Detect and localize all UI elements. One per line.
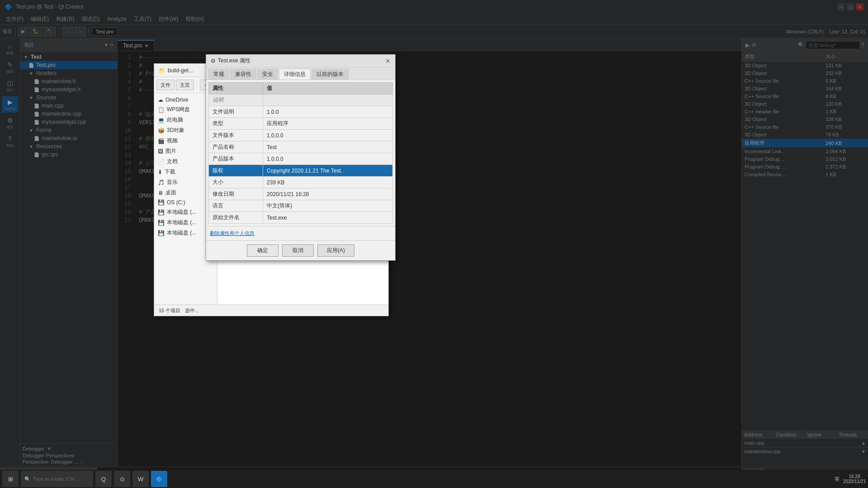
props-row-attr: 语言 (209, 200, 263, 212)
properties-dialog: ⚙ Test.exe 属性 ✕ 常规 兼容性 安全 详细信息 以前的版本 属性 … (206, 54, 396, 261)
props-close-btn[interactable]: ✕ (385, 57, 391, 65)
taskbar-right: 英 16:28 2020/11/21 (835, 474, 866, 484)
props-row-val: 应用程序 (263, 118, 393, 130)
wps-icon: 📋 (158, 107, 165, 113)
props-table-row[interactable]: 文件说明1.0.0 (209, 106, 393, 118)
nav-label-locald3: 本地磁盘 (... (167, 229, 196, 237)
nav-label-music: 音乐 (167, 178, 178, 186)
props-table-row[interactable]: 大小239 KB (209, 177, 393, 188)
file-dialog-toolbar-file-btn[interactable]: 文件 (156, 80, 175, 90)
props-row-attr: 产品名称 (209, 141, 263, 153)
taskbar: ⊞ 🔍 Type to locate (Ctrl... Q ⊙ W 🔷 英 16… (0, 470, 868, 488)
props-footer: 删除属性和个人信息 (206, 226, 395, 240)
start-button[interactable]: ⊞ (2, 471, 19, 487)
file-select-label: 选中... (185, 307, 199, 314)
props-table-row[interactable]: 文件版本1.0.0.0 (209, 130, 393, 141)
modal-overlay: 📁 build-get... ─ □ ✕ 文件 主页 ← → ↑ 📁 ☁ O (0, 0, 868, 488)
music-icon: 🎵 (158, 179, 165, 186)
props-row-val (263, 94, 393, 106)
nav-label-osc: OS (C:) (167, 199, 185, 206)
nav-label-images: 图片 (165, 147, 176, 155)
props-table-row[interactable]: 版权Copyright 2020.11.21 The Test. (209, 165, 393, 177)
props-row-val: Copyright 2020.11.21 The Test. (263, 165, 393, 177)
props-table-row[interactable]: 原始文件名Test.exe (209, 212, 393, 224)
remove-props-link[interactable]: 删除属性和个人信息 (210, 230, 255, 237)
props-tab-security[interactable]: 安全 (257, 69, 278, 80)
props-header-val: 值 (263, 83, 393, 94)
props-row-val: 1.0.0 (263, 106, 393, 118)
taskbar-qtcreator-btn[interactable]: 🔷 (151, 471, 167, 487)
taskbar-chrome-btn[interactable]: ⊙ (114, 471, 130, 487)
props-row-attr: 文件版本 (209, 130, 263, 141)
props-table: 属性 值 说明文件说明1.0.0类型应用程序文件版本1.0.0.0产品名称Tes… (208, 82, 393, 224)
disk-icon-c: 💾 (158, 199, 165, 206)
props-row-val: 239 KB (263, 177, 393, 188)
props-tabs: 常规 兼容性 安全 详细信息 以前的版本 (206, 67, 395, 80)
props-row-attr: 修改日期 (209, 188, 263, 200)
props-table-row[interactable]: 说明 (209, 94, 393, 106)
props-tab-details[interactable]: 详细信息 (279, 69, 311, 80)
disk-icon-3: 💾 (158, 230, 165, 236)
nav-label-video: 视频 (167, 137, 178, 145)
nav-label-docs: 文档 (167, 158, 178, 165)
props-row-attr: 原始文件名 (209, 212, 263, 224)
props-row-val: Test.exe (263, 212, 393, 224)
downloads-icon: ⬇ (158, 169, 162, 175)
disk-icon-2: 💾 (158, 220, 165, 226)
props-cancel-btn[interactable]: 取消 (282, 244, 314, 257)
props-title-bar: ⚙ Test.exe 属性 ✕ (206, 55, 395, 67)
props-row-val: Test (263, 141, 393, 153)
props-row-attr: 大小 (209, 177, 263, 188)
props-row-val: 中文(简体) (263, 200, 393, 212)
file-dialog-status: 15 个项目 选中... (154, 305, 388, 316)
nav-label-desktop: 桌面 (165, 189, 176, 197)
props-ok-btn[interactable]: 确定 (247, 244, 278, 257)
props-tab-prev-versions[interactable]: 以前的版本 (311, 69, 349, 80)
props-row-attr: 类型 (209, 118, 263, 130)
nav-label-thispc: 此电脑 (167, 116, 183, 124)
nav-label-downloads: 下载 (165, 168, 175, 176)
taskbar-date: 2020/11/21 (843, 479, 866, 484)
props-apply-btn[interactable]: 应用(A) (317, 244, 354, 257)
taskbar-datetime: 16:28 2020/11/21 (843, 474, 866, 484)
nav-label-3d: 3D对象 (167, 127, 184, 134)
taskbar-qt-btn[interactable]: Q (95, 471, 112, 487)
video-icon: 🎬 (158, 138, 165, 144)
props-row-val: 2020/11/21 16:28 (263, 188, 393, 200)
props-dialog-icon: ⚙ (211, 58, 216, 64)
props-row-attr: 产品版本 (209, 153, 263, 165)
file-dialog-toolbar-sep (197, 80, 197, 89)
props-table-row[interactable]: 产品版本1.0.0.0 (209, 153, 393, 165)
props-tab-general[interactable]: 常规 (208, 69, 229, 80)
file-count-label: 15 个项目 (159, 307, 180, 314)
props-table-row[interactable]: 类型应用程序 (209, 118, 393, 130)
thispc-icon: 💻 (158, 117, 165, 123)
props-tab-compat[interactable]: 兼容性 (230, 69, 256, 80)
taskbar-search-icon: 🔍 (24, 476, 31, 482)
docs-icon: 📄 (158, 159, 165, 165)
props-table-row[interactable]: 修改日期2020/11/21 16:28 (209, 188, 393, 200)
props-row-attr: 版权 (209, 165, 263, 177)
images-icon: 🖼 (158, 148, 163, 155)
taskbar-word-btn[interactable]: W (132, 471, 149, 487)
taskbar-search-label: Type to locate (Ctrl... (33, 476, 79, 482)
nav-label-wps: WPS网盘 (167, 106, 190, 113)
props-action-buttons: 确定 取消 应用(A) (206, 240, 395, 260)
taskbar-lang: 英 (835, 476, 840, 483)
nav-label-onedrive: OneDrive (165, 97, 189, 103)
props-content: 属性 值 说明文件说明1.0.0类型应用程序文件版本1.0.0.0产品名称Tes… (206, 80, 395, 226)
desktop-icon: 🖥 (158, 190, 163, 196)
props-table-row[interactable]: 语言中文(简体) (209, 200, 393, 212)
props-title-text: Test.exe 属性 (218, 57, 250, 65)
props-row-attr: 文件说明 (209, 106, 263, 118)
props-table-row[interactable]: 产品名称Test (209, 141, 393, 153)
disk-icon-1: 💾 (158, 209, 165, 216)
props-row-val: 1.0.0.0 (263, 153, 393, 165)
nav-label-locald1: 本地磁盘 (... (167, 208, 196, 216)
props-header-attr: 属性 (209, 83, 263, 94)
taskbar-time: 16:28 (849, 474, 860, 479)
taskbar-search-btn[interactable]: 🔍 Type to locate (Ctrl... (21, 471, 93, 487)
cloud-icon: ☁ (158, 97, 163, 103)
file-dialog-toolbar-home-btn[interactable]: 主页 (176, 80, 194, 90)
props-row-attr: 说明 (209, 94, 263, 106)
